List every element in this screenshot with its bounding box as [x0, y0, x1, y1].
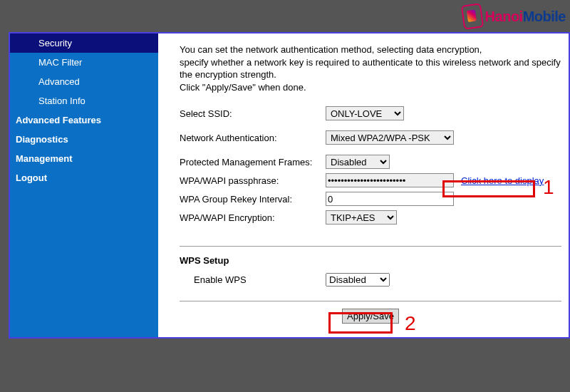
- sidebar-item-label: MAC Filter: [38, 57, 82, 68]
- rekey-input[interactable]: [326, 192, 454, 206]
- sidebar-item-security[interactable]: Security: [10, 33, 158, 53]
- watermark: HanoiMobile: [462, 4, 566, 29]
- content-panel: You can set the network authentication m…: [158, 33, 569, 337]
- sidebar-item-label: Advanced Features: [16, 115, 101, 125]
- watermark-logo-icon: [460, 3, 483, 30]
- sidebar: Security MAC Filter Advanced Station Inf…: [10, 33, 158, 337]
- sidebar-item-diagnostics[interactable]: Diagnostics: [10, 130, 158, 149]
- encryption-label: WPA/WAPI Encryption:: [180, 212, 326, 223]
- divider: [180, 246, 561, 247]
- sidebar-item-label: Management: [16, 153, 72, 164]
- security-form: Select SSID: ONLY-LOVE Network Authentic…: [180, 106, 561, 225]
- sidebar-item-label: Advanced: [38, 76, 80, 87]
- sidebar-item-station-info[interactable]: Station Info: [10, 91, 158, 110]
- ssid-label: Select SSID:: [180, 108, 326, 119]
- sidebar-item-label: Security: [38, 38, 72, 48]
- sidebar-item-label: Logout: [16, 172, 47, 183]
- wps-enable-label: Enable WPS: [180, 274, 326, 285]
- auth-label: Network Authentication:: [180, 133, 326, 143]
- sidebar-item-label: Station Info: [38, 96, 86, 106]
- sidebar-item-management[interactable]: Management: [10, 149, 158, 168]
- description-text: You can set the network authentication m…: [180, 43, 561, 93]
- passphrase-input[interactable]: [326, 173, 454, 187]
- sidebar-item-advanced-features[interactable]: Advanced Features: [10, 110, 158, 130]
- display-passphrase-link[interactable]: Click here to display: [461, 175, 544, 186]
- passphrase-label: WPA/WAPI passphrase:: [180, 175, 326, 186]
- ssid-select[interactable]: ONLY-LOVE: [326, 106, 404, 120]
- wps-enable-select[interactable]: Disabled: [326, 273, 390, 287]
- apply-save-button[interactable]: Apply/Save: [342, 309, 399, 324]
- pmf-label: Protected Management Frames:: [180, 157, 326, 167]
- watermark-text: HanoiMobile: [485, 9, 566, 25]
- encryption-select[interactable]: TKIP+AES: [326, 210, 397, 225]
- sidebar-item-mac-filter[interactable]: MAC Filter: [10, 53, 158, 72]
- auth-select[interactable]: Mixed WPA2/WPA -PSK: [326, 130, 454, 145]
- wps-setup-heading: WPS Setup: [180, 255, 561, 266]
- sidebar-item-logout[interactable]: Logout: [10, 168, 158, 187]
- pmf-select[interactable]: Disabled: [326, 155, 390, 169]
- sidebar-item-label: Diagnostics: [16, 134, 68, 145]
- sidebar-item-advanced[interactable]: Advanced: [10, 72, 158, 91]
- app-frame: Security MAC Filter Advanced Station Inf…: [9, 32, 570, 339]
- divider: [180, 301, 561, 301]
- rekey-label: WPA Group Rekey Interval:: [180, 194, 326, 205]
